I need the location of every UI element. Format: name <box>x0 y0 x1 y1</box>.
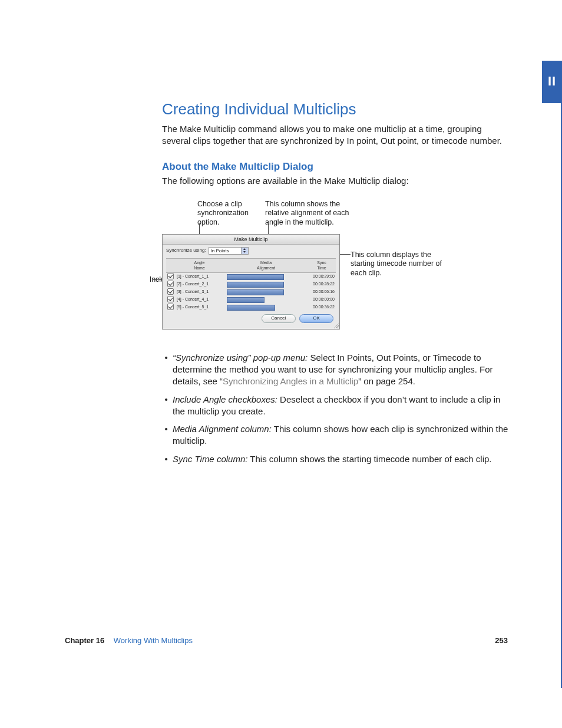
page-number: 253 <box>495 635 508 646</box>
angle-name-cell: [3] - Concert_3_1 <box>174 289 227 294</box>
dialog-title: Make Multiclip <box>163 235 339 245</box>
table-row: [3] - Concert_3_100:00:06:16 <box>166 288 336 295</box>
angle-name-cell: [2] - Concert_2_1 <box>174 281 227 286</box>
media-alignment-cell <box>227 305 306 309</box>
callout-sync-option: Choose a clip synchronization option. <box>197 200 268 228</box>
cancel-button[interactable]: Cancel <box>262 314 296 323</box>
subsection-heading: About the Make Multiclip Dialog <box>162 160 510 174</box>
include-angle-checkbox[interactable] <box>167 288 174 295</box>
figure-make-multiclip: Include Angle checkbox Choose a clip syn… <box>77 200 510 341</box>
media-alignment-cell <box>227 282 306 286</box>
include-angle-checkbox[interactable] <box>167 281 174 287</box>
angle-name-cell: [5] - Concert_5_1 <box>174 304 227 309</box>
sync-time-cell: 00:00:36:22 <box>306 304 336 309</box>
subsection-intro: The following options are available in t… <box>162 175 510 187</box>
section-heading: Creating Individual Multiclips <box>162 99 510 120</box>
list-item: Media Alignment column: This column show… <box>173 423 510 447</box>
chapter-title: Working With Multiclips <box>114 636 193 645</box>
sync-using-value: In Points <box>211 248 229 253</box>
table-row: [4] - Concert_4_100:00:00:00 <box>166 296 336 303</box>
popup-arrows-icon <box>241 248 248 254</box>
term-media-alignment: Media Alignment column: <box>173 424 272 434</box>
term-sync-using: “Synchronize using” pop-up menu: <box>173 353 308 363</box>
term-sync-time: Sync Time column: <box>173 454 247 464</box>
include-angle-checkbox[interactable] <box>167 296 174 302</box>
page-footer: Chapter 16 Working With Multiclips 253 <box>65 635 508 646</box>
main-content: Creating Individual Multiclips The Make … <box>162 99 510 471</box>
media-alignment-cell <box>227 297 306 302</box>
option-list: “Synchronize using” pop-up menu: Select … <box>162 352 510 465</box>
header-media-alignment: Media Alignment <box>224 259 308 272</box>
sync-time-cell: 00:00:29:00 <box>306 274 336 279</box>
sync-time-cell: 00:00:06:16 <box>306 289 336 294</box>
angle-name-cell: [4] - Concert_4_1 <box>174 297 227 302</box>
clip-rows: [1] - Concert_1_100:00:29:00[2] - Concer… <box>166 273 336 311</box>
include-angle-checkbox[interactable] <box>167 304 174 310</box>
include-angle-checkbox[interactable] <box>167 273 174 279</box>
sync-using-label: Synchronize using: <box>166 248 206 254</box>
part-tab: II <box>542 61 562 103</box>
sync-time-cell: 00:00:28:22 <box>306 281 336 286</box>
list-item: Include Angle checkboxes: Deselect a che… <box>173 394 510 418</box>
header-angle-name: Angle Name <box>174 259 224 272</box>
intro-paragraph: The Make Multiclip command allows you to… <box>162 123 510 147</box>
callout-media-alignment: This column shows the relative alignment… <box>265 200 356 228</box>
table-header: Angle Name Media Alignment Sync Time <box>166 258 336 273</box>
xref-sync-angles[interactable]: Synchronizing Angles in a Multiclip <box>223 376 358 386</box>
list-item: “Synchronize using” pop-up menu: Select … <box>173 352 510 388</box>
media-alignment-cell <box>227 274 306 279</box>
sync-using-popup[interactable]: In Points <box>209 247 249 255</box>
header-sync-time: Sync Time <box>308 259 336 272</box>
resize-grip-icon[interactable] <box>334 324 339 328</box>
table-row: [5] - Concert_5_100:00:36:22 <box>166 304 336 311</box>
make-multiclip-dialog: Make Multiclip Synchronize using: In Poi… <box>162 234 340 330</box>
list-item: Sync Time column: This column shows the … <box>173 453 510 465</box>
angle-name-cell: [1] - Concert_1_1 <box>174 274 227 279</box>
text: ” on page 254. <box>358 376 415 386</box>
chapter-label: Chapter 16 <box>65 636 104 645</box>
sync-time-cell: 00:00:00:00 <box>306 297 336 302</box>
ok-button[interactable]: OK <box>299 314 333 323</box>
text: This column shows the starting timecode … <box>247 454 491 464</box>
table-row: [1] - Concert_1_100:00:29:00 <box>166 273 336 280</box>
media-alignment-cell <box>227 289 306 294</box>
term-include-angle: Include Angle checkboxes: <box>173 394 277 404</box>
table-row: [2] - Concert_2_100:00:28:22 <box>166 281 336 288</box>
callout-sync-time: This column displays the starting timeco… <box>351 251 451 278</box>
